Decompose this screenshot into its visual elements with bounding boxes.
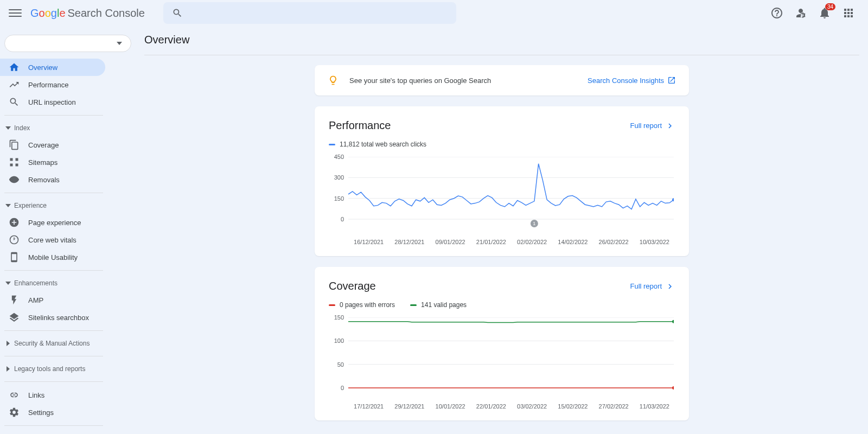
header: Google Search Console 34	[0, 0, 868, 26]
nav-overview[interactable]: Overview	[0, 59, 105, 76]
svg-text:1: 1	[533, 221, 535, 226]
nav-settings[interactable]: Settings	[0, 404, 105, 421]
svg-point-11	[672, 386, 674, 390]
coverage-legend-valid: 141 valid pages	[421, 301, 467, 309]
svg-point-12	[672, 320, 674, 323]
chevron-right-icon	[5, 341, 11, 346]
open-in-new-icon	[667, 76, 676, 85]
gear-icon	[9, 407, 20, 418]
plus-circle-icon	[9, 217, 20, 228]
nav-sitelinks-searchbox[interactable]: Sitelinks searchbox	[0, 309, 105, 326]
nav-links[interactable]: Links	[0, 386, 105, 404]
sitemap-icon	[9, 157, 20, 168]
nav-mobile-usability[interactable]: Mobile Usability	[0, 248, 105, 266]
search-icon	[9, 97, 20, 107]
nav-submit-feedback[interactable]: Submit feedback	[0, 430, 105, 434]
coverage-card: Coverage Full report 0 pages with errors…	[315, 267, 689, 420]
logo[interactable]: Google Search Console	[30, 7, 145, 20]
chevron-right-icon	[665, 282, 675, 291]
coverage-title: Coverage	[329, 280, 376, 292]
user-settings-icon[interactable]	[794, 7, 807, 20]
copy-icon	[9, 139, 20, 150]
nav-coverage[interactable]: Coverage	[0, 136, 105, 154]
speed-icon	[9, 234, 20, 245]
layers-icon	[9, 312, 20, 323]
nav-sitemaps[interactable]: Sitemaps	[0, 154, 105, 171]
performance-full-report[interactable]: Full report	[630, 121, 675, 131]
nav-page-experience[interactable]: Page experience	[0, 214, 105, 231]
chevron-down-icon	[117, 42, 122, 45]
page-title: Overview	[144, 26, 859, 55]
notification-badge: 34	[825, 3, 835, 10]
insights-link[interactable]: Search Console Insights	[588, 76, 676, 85]
chevron-right-icon	[665, 121, 675, 131]
performance-legend: 11,812 total web search clicks	[340, 141, 426, 148]
chevron-down-icon	[5, 203, 11, 208]
main-content: Overview See your site's top queries on …	[136, 26, 868, 434]
apps-icon[interactable]	[842, 7, 855, 20]
menu-icon[interactable]	[9, 7, 22, 20]
app-name: Search Console	[68, 7, 145, 20]
chevron-down-icon	[5, 125, 11, 131]
coverage-legend-errors: 0 pages with errors	[340, 301, 395, 309]
lightbulb-icon	[328, 75, 339, 86]
insights-card: See your site's top queries on Google Se…	[315, 65, 689, 95]
section-enhancements[interactable]: Enhancements	[0, 275, 136, 291]
phone-icon	[9, 252, 20, 263]
section-security[interactable]: Security & Manual Actions	[0, 335, 136, 352]
chevron-right-icon	[5, 366, 11, 372]
search-icon	[172, 8, 183, 18]
nav-url-inspection[interactable]: URL inspection	[0, 93, 105, 111]
performance-chart: 0150300450116/12/202128/12/202109/01/202…	[329, 157, 675, 245]
nav-removals[interactable]: Removals	[0, 171, 105, 188]
help-icon[interactable]	[770, 7, 783, 20]
chevron-down-icon	[5, 280, 11, 286]
section-legacy[interactable]: Legacy tools and reports	[0, 361, 136, 377]
insights-text: See your site's top queries on Google Se…	[349, 76, 588, 85]
performance-card: Performance Full report 11,812 total web…	[315, 106, 689, 256]
bolt-icon	[9, 295, 20, 305]
home-icon	[9, 62, 20, 73]
section-index[interactable]: Index	[0, 120, 136, 136]
performance-title: Performance	[329, 119, 391, 132]
removal-icon	[9, 174, 20, 185]
section-experience[interactable]: Experience	[0, 197, 136, 214]
coverage-chart: 05010015017/12/202129/12/202110/01/20222…	[329, 317, 675, 410]
nav-core-web-vitals[interactable]: Core web vitals	[0, 231, 105, 248]
search-input[interactable]	[163, 2, 456, 24]
nav-performance[interactable]: Performance	[0, 76, 105, 93]
coverage-full-report[interactable]: Full report	[630, 282, 675, 291]
nav-amp[interactable]: AMP	[0, 291, 105, 309]
property-selector[interactable]	[4, 35, 131, 52]
notifications-icon[interactable]: 34	[818, 7, 831, 20]
link-icon	[9, 390, 20, 400]
trending-icon	[9, 79, 20, 90]
sidebar: OverviewPerformanceURL inspection Index …	[0, 26, 136, 434]
